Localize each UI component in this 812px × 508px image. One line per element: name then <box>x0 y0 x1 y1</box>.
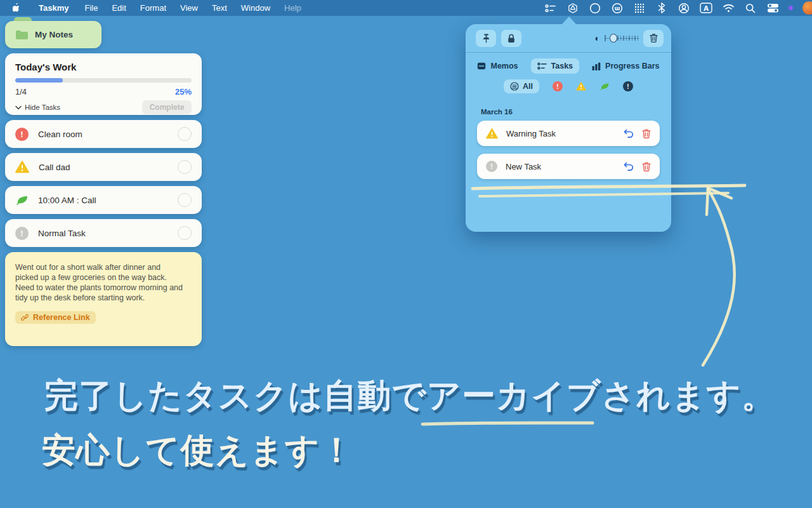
warning-icon <box>576 82 586 91</box>
undo-icon <box>624 129 634 138</box>
complete-button[interactable]: Complete <box>142 100 192 114</box>
task-trash-button[interactable] <box>642 162 651 171</box>
user-status-icon[interactable] <box>678 2 690 15</box>
popup-task-normal[interactable]: ! New Task <box>477 154 660 179</box>
popup-header: ◐ <box>466 24 671 52</box>
input-source-icon[interactable]: A <box>700 2 712 15</box>
filter-urgent[interactable]: ! <box>553 81 563 91</box>
slider-knob[interactable] <box>610 34 617 43</box>
contrast-icon: ◐ <box>595 33 600 43</box>
filter-normal[interactable]: ! <box>623 81 633 91</box>
popup-divider <box>466 52 671 53</box>
lock-button[interactable] <box>501 30 521 47</box>
chevron-down-icon <box>15 105 22 110</box>
tab-tasks[interactable]: Tasks <box>531 58 580 74</box>
link-icon <box>21 314 29 322</box>
task-row-urgent[interactable]: ! Clean room <box>5 120 202 148</box>
popup-tabs: Memos Tasks Progress Bars <box>466 58 671 74</box>
warning-icon <box>15 161 29 173</box>
tab-memos[interactable]: Memos <box>471 58 524 74</box>
circle-status-icon[interactable] <box>589 2 601 15</box>
popup-trash-button[interactable] <box>643 30 664 47</box>
tasks-icon <box>537 62 547 70</box>
task-label: 10:00 AM : Call <box>38 196 96 205</box>
filter-warning[interactable] <box>576 82 586 91</box>
trash-icon <box>642 129 651 138</box>
popup-pointer <box>562 17 576 24</box>
filter-scheduled[interactable] <box>599 82 610 91</box>
orange-avatar-icon[interactable] <box>802 1 812 15</box>
caption-line-1: 完了したタスクは自動でアーカイブされます。 <box>44 373 776 419</box>
task-row-scheduled[interactable]: 10:00 AM : Call <box>5 186 202 214</box>
task-trash-button[interactable] <box>642 129 651 138</box>
menu-window[interactable]: Window <box>234 3 277 13</box>
pin-icon <box>482 34 490 43</box>
lock-icon <box>508 34 515 43</box>
openai-icon[interactable] <box>566 2 579 15</box>
wifi-icon[interactable] <box>722 2 735 15</box>
notes-group[interactable]: My Notes <box>5 21 102 48</box>
caption-line-2: 安心して使えます！ <box>42 428 354 474</box>
memo-text-line: tidy up the desk before starting work. <box>15 293 192 303</box>
task-checkbox[interactable] <box>178 193 192 207</box>
hide-tasks-toggle[interactable]: Hide Tasks <box>15 104 60 111</box>
undo-icon <box>624 162 634 171</box>
svg-text:ш: ш <box>615 6 620 11</box>
memo-text-line: Need to water the plants tomorrow mornin… <box>15 283 192 293</box>
menu-file[interactable]: File <box>77 3 105 13</box>
trash-icon <box>650 34 658 43</box>
reference-link[interactable]: Reference Link <box>15 311 96 324</box>
menu-help[interactable]: Help <box>277 3 308 13</box>
spotlight-search-icon[interactable] <box>744 2 757 15</box>
opacity-slider[interactable] <box>605 34 639 43</box>
task-label: New Task <box>506 162 541 171</box>
app-menu-title[interactable]: Taskmy <box>30 3 77 13</box>
notification-dot <box>789 6 793 10</box>
w-circle-icon[interactable]: ш <box>611 2 624 15</box>
task-label: Clean room <box>38 130 82 139</box>
taskmy-popup: ◐ Memos Tasks <box>466 24 671 232</box>
svg-text:A: A <box>704 5 709 12</box>
pin-button[interactable] <box>476 30 496 47</box>
taskmy-status-icon[interactable] <box>544 2 557 15</box>
warning-icon <box>486 128 498 139</box>
control-center-icon[interactable] <box>766 2 779 15</box>
urgent-icon: ! <box>15 128 29 141</box>
task-checkbox[interactable] <box>178 127 192 141</box>
progress-percent: 25% <box>175 87 192 97</box>
undo-button[interactable] <box>624 162 634 171</box>
tab-progress-bars[interactable]: Progress Bars <box>586 58 665 74</box>
grid-dots-icon[interactable] <box>633 2 646 15</box>
memo-text-line: Went out for a short walk after dinner a… <box>15 262 192 272</box>
normal-icon: ! <box>15 227 29 240</box>
menu-bar: Taskmy File Edit Format View Text Window… <box>0 0 812 16</box>
undo-button[interactable] <box>624 129 634 138</box>
progress-fraction: 1/4 <box>15 87 27 97</box>
memo-card[interactable]: Went out for a short walk after dinner a… <box>5 252 202 346</box>
filter-all-icon <box>510 82 519 91</box>
task-row-normal[interactable]: ! Normal Task <box>5 219 202 247</box>
task-label: Warning Task <box>506 129 556 138</box>
leaf-icon <box>15 194 29 206</box>
bluetooth-icon[interactable] <box>655 2 668 15</box>
normal-icon: ! <box>486 161 497 172</box>
folder-icon <box>15 30 29 40</box>
task-checkbox[interactable] <box>178 226 192 240</box>
task-checkbox[interactable] <box>178 160 192 174</box>
task-label: Normal Task <box>38 229 86 238</box>
apple-menu-icon[interactable] <box>0 3 30 13</box>
memo-text-line: picked up a few groceries on the way bac… <box>15 272 192 283</box>
task-row-warning[interactable]: Call dad <box>5 153 202 181</box>
progress-bar-fill <box>15 78 63 83</box>
popup-task-warning[interactable]: Warning Task <box>477 121 660 146</box>
menu-format[interactable]: Format <box>133 3 173 13</box>
trash-icon <box>642 162 651 171</box>
memo-icon <box>477 62 486 70</box>
progress-bars-icon <box>592 62 601 70</box>
filter-all[interactable]: All <box>504 79 539 93</box>
menu-edit[interactable]: Edit <box>105 3 133 13</box>
progress-card: Today's Work 1/4 25% Hide Tasks Complete <box>5 53 202 115</box>
menu-text[interactable]: Text <box>205 3 234 13</box>
progress-bar <box>15 78 192 83</box>
menu-view[interactable]: View <box>173 3 205 13</box>
